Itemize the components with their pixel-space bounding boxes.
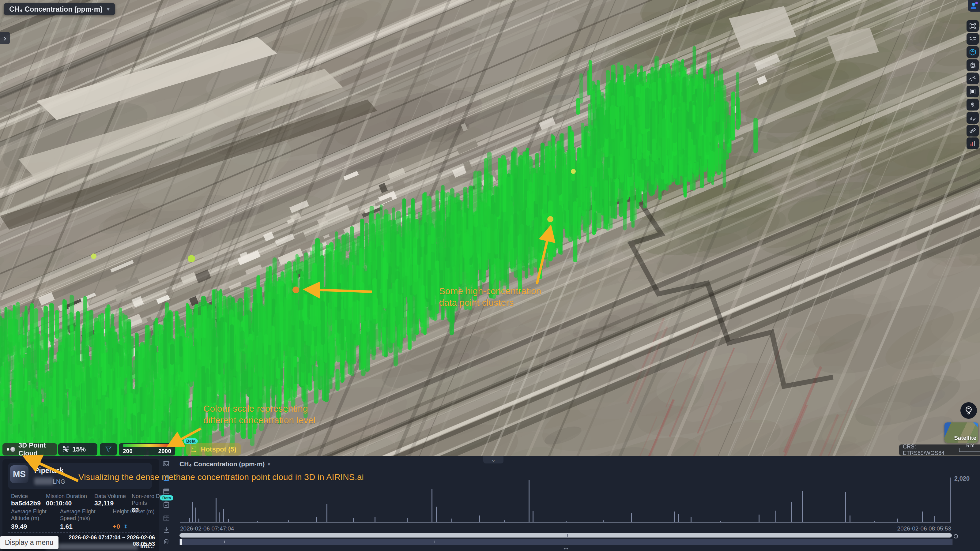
hotspot-button[interactable]: Hotspot (5) xyxy=(186,443,241,456)
table-view-button[interactable] xyxy=(162,487,171,496)
chart-end-time: 2026-02-06 08:05:53 xyxy=(792,525,951,532)
mission-subtitle-suffix: LNG xyxy=(52,478,65,485)
screenshot-tool-button[interactable] xyxy=(967,20,979,32)
concentration-chart-plot[interactable] xyxy=(180,478,951,523)
chart-scrollbar[interactable] xyxy=(180,533,952,538)
annotation-colour-scale: Colour scale representingdifferent conce… xyxy=(204,403,315,426)
cube-rotate-icon xyxy=(969,62,976,69)
chart-edit-icon xyxy=(969,114,976,122)
chart-spike xyxy=(674,511,675,522)
chart-spike xyxy=(850,516,850,522)
dither-grid-icon xyxy=(62,446,69,453)
download-button[interactable] xyxy=(162,525,171,535)
chart-spike xyxy=(189,518,190,522)
user-avatar-button[interactable] xyxy=(968,0,980,12)
hotspot-beta-badge: Beta xyxy=(184,438,198,444)
chart-spike xyxy=(223,509,224,522)
chart-spike xyxy=(874,521,875,522)
stat-height-offset: Height Offset (m) +0 xyxy=(113,508,159,530)
download-icon xyxy=(162,526,170,534)
redacted-subtitle xyxy=(34,478,53,485)
chart-spike xyxy=(603,520,604,522)
resize-horizontal-icon[interactable]: ↔ xyxy=(562,543,570,551)
stat-duration: Mission Duration 00:10:40 xyxy=(46,493,87,507)
density-button[interactable]: 15% xyxy=(58,443,97,456)
scrollbar-grip[interactable] xyxy=(566,534,569,537)
trash-icon xyxy=(162,538,170,545)
chart-spike xyxy=(216,498,216,522)
point-cloud-dots-icon xyxy=(7,447,15,452)
chart-spike xyxy=(528,480,530,522)
chevron-right-icon: › xyxy=(3,33,6,43)
rotate-model-button[interactable] xyxy=(967,59,979,71)
scrollbar-knob[interactable] xyxy=(954,534,958,538)
annotation-clusters: Some high-concentrationdata point cluste… xyxy=(439,285,541,308)
ruler-icon xyxy=(969,127,976,134)
measure-button[interactable] xyxy=(967,125,979,137)
flight-path-button[interactable] xyxy=(967,73,979,84)
layer-view-button[interactable] xyxy=(967,86,979,97)
stat-altitude: Average Flight Altitude (m) 39.49 xyxy=(11,508,54,530)
image-icon xyxy=(162,460,170,467)
metric-selector-dropdown[interactable]: CH₄ Concentration (ppm·m) ▾ xyxy=(4,3,115,15)
chart-spike xyxy=(326,504,328,522)
clipboard-check-icon xyxy=(162,501,170,508)
height-offset-value: +0 xyxy=(113,523,120,530)
point-cloud-3d-button[interactable] xyxy=(967,46,979,58)
balloon-icon xyxy=(964,406,973,415)
basemap-corner-fold xyxy=(973,422,978,427)
user-avatar-icon xyxy=(970,2,978,10)
wind-icon xyxy=(969,35,976,43)
film-icon xyxy=(162,514,170,522)
color-scale-legend[interactable]: 200 2000 xyxy=(119,443,175,456)
annotation-visualizing: Visualizing the dense methane concentrat… xyxy=(78,472,364,483)
point-cloud-3d-toggle[interactable]: 3D Point Cloud xyxy=(2,443,57,456)
route-pin-icon xyxy=(969,101,976,108)
airins-app: Visualizing the dense methane concentrat… xyxy=(0,0,980,551)
chart-spike xyxy=(533,511,533,522)
panel-divider xyxy=(8,532,151,533)
chart-metric-label: CH₄ Concentration (ppm·m) xyxy=(180,460,265,468)
caret-down-icon: ▾ xyxy=(268,461,270,467)
dock-collapse-tab[interactable]: ⌄ xyxy=(483,456,503,464)
balloon-view-button[interactable] xyxy=(960,402,977,419)
filter-button[interactable] xyxy=(100,443,117,456)
basemap-switcher[interactable]: Satellite xyxy=(945,422,978,443)
table-icon xyxy=(162,487,170,495)
filter-funnel-icon xyxy=(105,446,112,453)
chevron-down-icon: ⌄ xyxy=(491,456,495,463)
basemap-label: Satellite xyxy=(954,435,976,441)
height-offset-stepper-icon[interactable] xyxy=(123,524,129,530)
statistics-button[interactable] xyxy=(967,137,979,149)
panel-expand-button[interactable]: › xyxy=(0,32,10,44)
wind-layer-button[interactable] xyxy=(967,33,979,45)
drone-icon xyxy=(969,75,977,83)
video-export-button[interactable] xyxy=(162,514,171,523)
stat-speed: Average Flight Speed (m/s) 1.61 xyxy=(60,508,103,530)
chart-spike xyxy=(720,521,721,522)
chart-spike xyxy=(897,519,898,522)
delete-button[interactable] xyxy=(162,537,171,546)
clipboard-beta-badge: Beta xyxy=(160,495,173,500)
chart-spike xyxy=(316,517,317,522)
route-points-button[interactable] xyxy=(967,99,979,111)
chart-spike xyxy=(192,502,193,522)
task-check-button[interactable] xyxy=(162,500,171,510)
chart-spike xyxy=(678,514,679,522)
chart-spike xyxy=(407,518,407,522)
chart-spike xyxy=(228,519,229,522)
chart-spike xyxy=(775,511,776,522)
chart-spike xyxy=(452,519,452,522)
stat-volume: Data Volume 32,119 xyxy=(94,493,126,507)
chart-spike xyxy=(288,520,289,522)
overview-handle[interactable] xyxy=(180,539,182,545)
chart-spike xyxy=(375,517,375,522)
cube-3d-icon xyxy=(969,48,976,56)
chart-metric-dropdown[interactable]: CH₄ Concentration (ppm·m) ▾ xyxy=(180,460,270,468)
screenshot-frame-icon xyxy=(969,22,976,30)
chart-annotate-button[interactable] xyxy=(967,112,979,124)
chart-spike xyxy=(566,521,566,522)
chart-spike xyxy=(934,516,935,522)
mission-avatar-text: MS xyxy=(13,469,26,479)
screenshot-export-button[interactable] xyxy=(162,459,171,468)
